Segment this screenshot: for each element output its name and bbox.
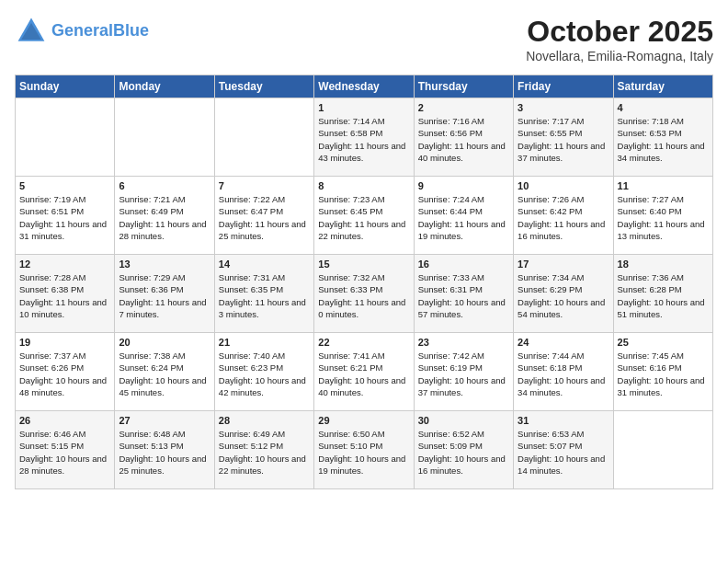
day-cell: 28Sunrise: 6:49 AM Sunset: 5:12 PM Dayli… xyxy=(214,411,313,489)
day-info: Sunrise: 7:33 AM Sunset: 6:31 PM Dayligh… xyxy=(418,271,509,320)
day-number: 26 xyxy=(19,415,110,426)
day-cell: 1Sunrise: 7:14 AM Sunset: 6:58 PM Daylig… xyxy=(314,98,414,177)
day-cell: 3Sunrise: 7:17 AM Sunset: 6:55 PM Daylig… xyxy=(514,98,613,177)
day-cell xyxy=(16,98,115,177)
day-number: 17 xyxy=(518,259,609,270)
day-number: 25 xyxy=(618,337,709,348)
day-number: 23 xyxy=(418,337,509,348)
day-cell: 30Sunrise: 6:52 AM Sunset: 5:09 PM Dayli… xyxy=(414,411,513,489)
day-info: Sunrise: 6:48 AM Sunset: 5:13 PM Dayligh… xyxy=(119,428,210,477)
day-number: 29 xyxy=(318,415,409,426)
day-number: 9 xyxy=(418,180,509,191)
week-row-1: 1Sunrise: 7:14 AM Sunset: 6:58 PM Daylig… xyxy=(16,98,713,177)
day-cell: 11Sunrise: 7:27 AM Sunset: 6:40 PM Dayli… xyxy=(613,177,712,255)
week-row-5: 26Sunrise: 6:46 AM Sunset: 5:15 PM Dayli… xyxy=(16,411,713,489)
day-info: Sunrise: 7:36 AM Sunset: 6:28 PM Dayligh… xyxy=(618,271,709,320)
day-cell: 17Sunrise: 7:34 AM Sunset: 6:29 PM Dayli… xyxy=(514,255,613,333)
day-cell: 31Sunrise: 6:53 AM Sunset: 5:07 PM Dayli… xyxy=(514,411,613,489)
day-info: Sunrise: 7:16 AM Sunset: 6:56 PM Dayligh… xyxy=(418,115,509,164)
day-cell: 4Sunrise: 7:18 AM Sunset: 6:53 PM Daylig… xyxy=(613,98,712,177)
day-cell: 25Sunrise: 7:45 AM Sunset: 6:16 PM Dayli… xyxy=(613,333,712,411)
day-number: 28 xyxy=(219,415,310,426)
day-cell: 8Sunrise: 7:23 AM Sunset: 6:45 PM Daylig… xyxy=(314,177,414,255)
logo: GeneralBlue xyxy=(15,15,149,48)
location-subtitle: Novellara, Emilia-Romagna, Italy xyxy=(526,49,713,63)
col-tuesday: Tuesday xyxy=(214,75,313,98)
day-info: Sunrise: 7:28 AM Sunset: 6:38 PM Dayligh… xyxy=(19,271,110,320)
day-info: Sunrise: 7:14 AM Sunset: 6:58 PM Dayligh… xyxy=(318,115,409,164)
page-header: GeneralBlue October 2025 Novellara, Emil… xyxy=(15,15,713,63)
day-number: 8 xyxy=(318,180,409,191)
week-row-2: 5Sunrise: 7:19 AM Sunset: 6:51 PM Daylig… xyxy=(16,177,713,255)
logo-general: General xyxy=(51,21,113,40)
col-monday: Monday xyxy=(115,75,214,98)
day-cell: 2Sunrise: 7:16 AM Sunset: 6:56 PM Daylig… xyxy=(414,98,513,177)
day-cell: 20Sunrise: 7:38 AM Sunset: 6:24 PM Dayli… xyxy=(115,333,214,411)
day-cell: 18Sunrise: 7:36 AM Sunset: 6:28 PM Dayli… xyxy=(613,255,712,333)
col-friday: Friday xyxy=(514,75,613,98)
day-info: Sunrise: 7:45 AM Sunset: 6:16 PM Dayligh… xyxy=(618,350,709,398)
day-cell: 6Sunrise: 7:21 AM Sunset: 6:49 PM Daylig… xyxy=(115,177,214,255)
day-info: Sunrise: 7:31 AM Sunset: 6:35 PM Dayligh… xyxy=(219,271,310,320)
day-number: 24 xyxy=(518,337,609,348)
day-cell: 9Sunrise: 7:24 AM Sunset: 6:44 PM Daylig… xyxy=(414,177,513,255)
month-title: October 2025 xyxy=(526,15,713,49)
logo-blue-text: Blue xyxy=(113,21,149,40)
day-info: Sunrise: 7:17 AM Sunset: 6:55 PM Dayligh… xyxy=(518,115,609,164)
day-cell: 13Sunrise: 7:29 AM Sunset: 6:36 PM Dayli… xyxy=(115,255,214,333)
header-row: Sunday Monday Tuesday Wednesday Thursday… xyxy=(16,75,713,98)
day-info: Sunrise: 7:32 AM Sunset: 6:33 PM Dayligh… xyxy=(318,271,409,320)
day-cell: 21Sunrise: 7:40 AM Sunset: 6:23 PM Dayli… xyxy=(214,333,313,411)
day-cell xyxy=(115,98,214,177)
day-info: Sunrise: 7:19 AM Sunset: 6:51 PM Dayligh… xyxy=(19,193,110,242)
day-number: 3 xyxy=(518,102,609,113)
week-row-4: 19Sunrise: 7:37 AM Sunset: 6:26 PM Dayli… xyxy=(16,333,713,411)
day-number: 19 xyxy=(19,337,110,348)
calendar-table: Sunday Monday Tuesday Wednesday Thursday… xyxy=(15,75,713,489)
day-number: 5 xyxy=(19,180,110,191)
day-info: Sunrise: 7:24 AM Sunset: 6:44 PM Dayligh… xyxy=(418,193,509,242)
day-number: 10 xyxy=(518,180,609,191)
day-number: 11 xyxy=(618,180,709,191)
day-number: 15 xyxy=(318,259,409,270)
day-cell: 10Sunrise: 7:26 AM Sunset: 6:42 PM Dayli… xyxy=(514,177,613,255)
day-info: Sunrise: 7:41 AM Sunset: 6:21 PM Dayligh… xyxy=(318,350,409,398)
day-number: 27 xyxy=(119,415,210,426)
day-number: 12 xyxy=(19,259,110,270)
day-info: Sunrise: 7:34 AM Sunset: 6:29 PM Dayligh… xyxy=(518,271,609,320)
logo-icon xyxy=(15,15,48,48)
day-cell: 14Sunrise: 7:31 AM Sunset: 6:35 PM Dayli… xyxy=(214,255,313,333)
day-info: Sunrise: 7:22 AM Sunset: 6:47 PM Dayligh… xyxy=(219,193,310,242)
day-info: Sunrise: 7:18 AM Sunset: 6:53 PM Dayligh… xyxy=(618,115,709,164)
day-info: Sunrise: 6:50 AM Sunset: 5:10 PM Dayligh… xyxy=(318,428,409,477)
day-number: 30 xyxy=(418,415,509,426)
day-number: 6 xyxy=(119,180,210,191)
day-number: 14 xyxy=(219,259,310,270)
col-sunday: Sunday xyxy=(16,75,115,98)
day-info: Sunrise: 7:27 AM Sunset: 6:40 PM Dayligh… xyxy=(618,193,709,242)
day-info: Sunrise: 6:53 AM Sunset: 5:07 PM Dayligh… xyxy=(518,428,609,477)
day-cell: 5Sunrise: 7:19 AM Sunset: 6:51 PM Daylig… xyxy=(16,177,115,255)
day-info: Sunrise: 7:42 AM Sunset: 6:19 PM Dayligh… xyxy=(418,350,509,398)
day-info: Sunrise: 6:49 AM Sunset: 5:12 PM Dayligh… xyxy=(219,428,310,477)
logo-text: GeneralBlue xyxy=(51,22,149,40)
day-cell: 16Sunrise: 7:33 AM Sunset: 6:31 PM Dayli… xyxy=(414,255,513,333)
day-number: 22 xyxy=(318,337,409,348)
day-number: 2 xyxy=(418,102,509,113)
col-saturday: Saturday xyxy=(613,75,712,98)
col-wednesday: Wednesday xyxy=(314,75,414,98)
day-cell: 24Sunrise: 7:44 AM Sunset: 6:18 PM Dayli… xyxy=(514,333,613,411)
day-cell xyxy=(613,411,712,489)
day-cell: 15Sunrise: 7:32 AM Sunset: 6:33 PM Dayli… xyxy=(314,255,414,333)
day-cell: 23Sunrise: 7:42 AM Sunset: 6:19 PM Dayli… xyxy=(414,333,513,411)
day-info: Sunrise: 7:37 AM Sunset: 6:26 PM Dayligh… xyxy=(19,350,110,398)
day-info: Sunrise: 7:29 AM Sunset: 6:36 PM Dayligh… xyxy=(119,271,210,320)
day-cell: 19Sunrise: 7:37 AM Sunset: 6:26 PM Dayli… xyxy=(16,333,115,411)
day-number: 13 xyxy=(119,259,210,270)
day-cell: 7Sunrise: 7:22 AM Sunset: 6:47 PM Daylig… xyxy=(214,177,313,255)
day-number: 21 xyxy=(219,337,310,348)
day-number: 16 xyxy=(418,259,509,270)
day-info: Sunrise: 7:23 AM Sunset: 6:45 PM Dayligh… xyxy=(318,193,409,242)
col-thursday: Thursday xyxy=(414,75,513,98)
day-cell: 27Sunrise: 6:48 AM Sunset: 5:13 PM Dayli… xyxy=(115,411,214,489)
